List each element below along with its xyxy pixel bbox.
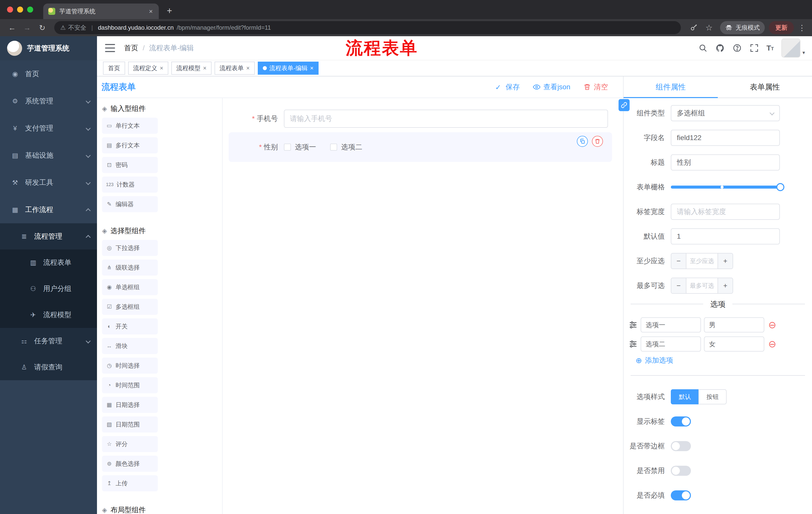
sidebar-item-process-model[interactable]: ✈ 流程模型	[0, 302, 97, 328]
default-value-input[interactable]	[671, 228, 780, 244]
search-icon[interactable]	[698, 43, 708, 53]
title-input[interactable]	[671, 154, 780, 170]
decrease-button[interactable]: −	[671, 253, 686, 269]
slider-track[interactable]	[671, 186, 780, 189]
drag-handle-icon[interactable]	[629, 340, 638, 349]
checkbox-option-2[interactable]: 选项二	[330, 142, 362, 152]
palette-item-dropdown[interactable]: ◎下拉选择	[102, 240, 158, 256]
link-handle-button[interactable]	[618, 99, 630, 111]
tag-process-form[interactable]: 流程表单 ×	[214, 62, 255, 75]
label-width-input[interactable]	[671, 204, 780, 220]
palette-item-time-picker[interactable]: ◷时间选择	[102, 358, 158, 374]
tag-process-form-edit[interactable]: 流程表单-编辑 ×	[258, 62, 319, 75]
palette-item-cascader[interactable]: ⋔级联选择	[102, 260, 158, 276]
browser-menu-icon[interactable]: ⋮	[797, 23, 807, 32]
palette-item-time-range[interactable]: ◔时间范围	[102, 377, 158, 393]
forward-icon[interactable]: →	[20, 23, 34, 32]
sidebar-item-payment[interactable]: ¥ 支付管理	[0, 115, 97, 142]
palette-item-upload[interactable]: ↥上传	[102, 475, 158, 491]
tab-component-props[interactable]: 组件属性	[624, 77, 718, 98]
palette-item-slider[interactable]: ↔滑块	[102, 338, 158, 354]
font-size-icon[interactable]: TT	[766, 44, 774, 52]
sidebar-item-process-form[interactable]: ▥ 流程表单	[0, 249, 97, 276]
palette-item-counter[interactable]: 123计数器	[102, 177, 158, 193]
palette-item-date-range[interactable]: ▧日期范围	[102, 416, 158, 433]
palette-item-multi-text[interactable]: ▤多行文本	[102, 137, 158, 154]
reload-icon[interactable]: ↻	[35, 23, 49, 32]
back-icon[interactable]: ←	[5, 23, 19, 32]
increase-button[interactable]: +	[718, 278, 733, 293]
min-select-placeholder[interactable]: 至少应选	[686, 253, 718, 269]
phone-input[interactable]	[284, 110, 608, 128]
security-chip[interactable]: ⚠ 不安全	[60, 24, 86, 32]
clear-button[interactable]: 清空	[583, 82, 608, 92]
remove-option-icon[interactable]: ⊖	[768, 320, 776, 330]
collapse-sidebar-icon[interactable]	[105, 44, 115, 52]
remove-option-icon[interactable]: ⊖	[768, 339, 776, 349]
form-canvas[interactable]: 手机号 性别	[223, 98, 623, 514]
option-value-input[interactable]	[704, 317, 764, 332]
zoom-window-button[interactable]	[27, 6, 33, 12]
view-json-button[interactable]: 查看json	[533, 82, 570, 92]
palette-item-radio-group[interactable]: ◉单选框组	[102, 279, 158, 295]
user-menu[interactable]: ▾	[781, 38, 805, 58]
grid-slider[interactable]	[671, 179, 780, 195]
palette-item-switch[interactable]: ◐开关	[102, 318, 158, 334]
fullscreen-icon[interactable]	[749, 43, 759, 53]
update-button[interactable]: 更新	[769, 21, 794, 34]
sidebar-item-task-management[interactable]: ⚏ 任务管理	[0, 328, 97, 354]
browser-tab[interactable]: 芋道管理系统 ×	[43, 3, 159, 19]
drag-handle-icon[interactable]	[629, 320, 638, 329]
sidebar-item-user-group[interactable]: ⚇ 用户分组	[0, 276, 97, 302]
checkbox-icon[interactable]	[284, 143, 291, 151]
palette-item-color-picker[interactable]: ⊚颜色选择	[102, 456, 158, 472]
disabled-switch[interactable]	[671, 466, 691, 476]
tab-close-icon[interactable]: ×	[148, 7, 154, 15]
sidebar-item-infrastructure[interactable]: ▤ 基础设施	[0, 142, 97, 169]
new-tab-button[interactable]: +	[167, 5, 172, 16]
bookmark-star-icon[interactable]: ☆	[702, 21, 716, 34]
sidebar-item-process-management[interactable]: ≣ 流程管理	[0, 223, 97, 249]
slider-handle[interactable]	[776, 183, 784, 191]
help-icon[interactable]	[732, 43, 742, 53]
tag-close-icon[interactable]: ×	[246, 64, 250, 72]
option-value-input[interactable]	[704, 336, 764, 352]
style-default-button[interactable]: 默认	[671, 389, 698, 404]
password-key-icon[interactable]	[687, 21, 701, 34]
sidebar-item-devtools[interactable]: ⚒ 研发工具	[0, 169, 97, 196]
decrease-button[interactable]: −	[671, 278, 686, 293]
phone-field-row[interactable]: 手机号	[229, 110, 612, 128]
tab-form-props[interactable]: 表单属性	[718, 77, 812, 98]
option-label-input[interactable]	[641, 336, 701, 352]
gender-field-selected[interactable]: 性别 选项一 选项二	[229, 132, 612, 162]
palette-item-password[interactable]: ⊡密码	[102, 157, 158, 173]
palette-item-editor[interactable]: ✎编辑器	[102, 196, 158, 212]
close-window-button[interactable]	[7, 6, 13, 12]
add-option-button[interactable]: ⊕ 添加选项	[624, 356, 812, 365]
tag-home[interactable]: 首页	[103, 62, 125, 75]
sidebar-item-system[interactable]: ⚙ 系统管理	[0, 87, 97, 115]
tag-close-icon[interactable]: ×	[203, 64, 206, 72]
show-label-switch[interactable]	[671, 416, 691, 427]
option-label-input[interactable]	[641, 317, 701, 332]
avatar[interactable]	[781, 38, 801, 58]
palette-item-checkbox-group[interactable]: ☑多选框组	[102, 299, 158, 315]
palette-item-single-text[interactable]: ▭单行文本	[102, 118, 158, 134]
required-switch[interactable]	[671, 490, 691, 501]
github-icon[interactable]	[715, 43, 725, 53]
tag-process-model[interactable]: 流程模型 ×	[171, 62, 211, 75]
palette-item-rate[interactable]: ☆评分	[102, 436, 158, 452]
minimize-window-button[interactable]	[17, 6, 23, 12]
save-button[interactable]: ✓ 保存	[495, 82, 520, 92]
tag-close-icon[interactable]: ×	[160, 64, 163, 72]
sidebar-item-workflow[interactable]: ▦ 工作流程	[0, 196, 97, 223]
border-switch[interactable]	[671, 441, 691, 451]
copy-field-button[interactable]	[577, 136, 588, 147]
field-name-input[interactable]	[671, 130, 780, 146]
max-select-placeholder[interactable]: 最多可选	[686, 278, 718, 293]
address-bar[interactable]: ⚠ 不安全 | dashboard.yudao.iocoder.cn /bpm/…	[54, 21, 681, 34]
style-button-button[interactable]: 按钮	[698, 389, 727, 404]
tag-close-icon[interactable]: ×	[310, 64, 314, 72]
sidebar-item-home[interactable]: ◉ 首页	[0, 60, 97, 87]
breadcrumb-home[interactable]: 首页	[124, 43, 138, 53]
